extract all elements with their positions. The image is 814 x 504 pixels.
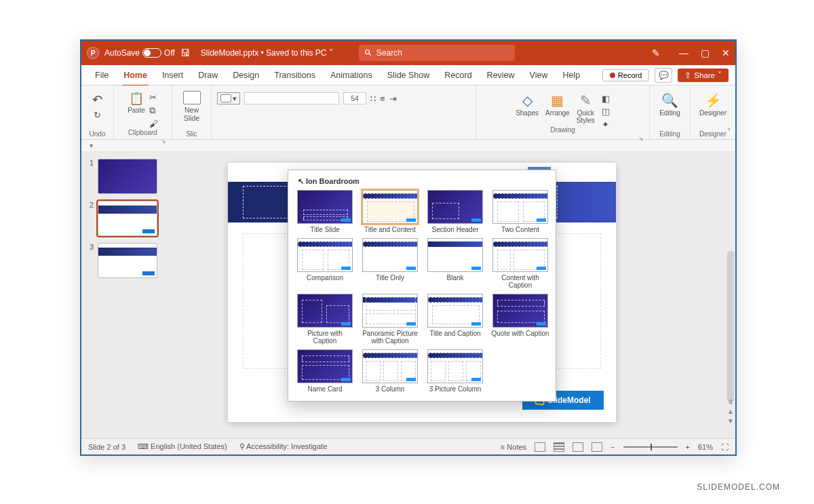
fit-to-window-icon[interactable]: ⛶: [721, 443, 729, 451]
language-indicator[interactable]: ⌨ English (United States): [138, 442, 227, 451]
layout-option[interactable]: Title Only: [360, 238, 420, 290]
slideshow-view-icon[interactable]: [592, 442, 602, 452]
group-clipboard-label: Clipboard: [128, 129, 157, 136]
shapes-icon: ◇: [522, 92, 532, 109]
dialog-launcher-icon[interactable]: ↘: [161, 138, 166, 144]
layout-option[interactable]: Picture with Caption: [295, 294, 355, 345]
tab-design[interactable]: Design: [226, 68, 266, 83]
reading-view-icon[interactable]: [573, 442, 583, 452]
app-window: P AutoSave Off 🖫 SlideModel.pptx • Saved…: [80, 39, 737, 456]
share-button[interactable]: ⇪Share˅: [678, 69, 729, 82]
record-button[interactable]: Record: [602, 69, 649, 81]
quick-styles-button[interactable]: ✎Quick Styles: [577, 92, 595, 124]
layout-option[interactable]: 3 Column: [360, 349, 420, 393]
mic-icon[interactable]: ✎: [652, 47, 660, 58]
title-bar: P AutoSave Off 🖫 SlideModel.pptx • Saved…: [81, 41, 735, 65]
toggle-switch-icon[interactable]: [142, 48, 161, 58]
bullets-icon[interactable]: ∷: [370, 94, 376, 104]
tab-slideshow[interactable]: Slide Show: [381, 68, 437, 83]
sorter-view-icon[interactable]: [554, 442, 564, 452]
arrange-button[interactable]: ▦Arrange: [545, 92, 570, 117]
shapes-button[interactable]: ◇Shapes: [516, 92, 539, 117]
undo-icon[interactable]: ↶: [92, 92, 102, 107]
notes-button[interactable]: ≡ Notes: [501, 443, 526, 451]
zoom-in-button[interactable]: +: [686, 443, 690, 451]
normal-view-icon[interactable]: [535, 442, 545, 452]
maximize-button[interactable]: ▢: [701, 47, 710, 58]
accessibility-indicator[interactable]: ⚲ Accessibility: Investigate: [239, 442, 328, 451]
shape-fill-icon[interactable]: ◧: [602, 94, 610, 104]
layout-dropdown-button[interactable]: ▾: [217, 92, 240, 104]
layout-option[interactable]: Content with Caption: [490, 238, 550, 290]
editing-button[interactable]: 🔍Editing: [659, 88, 680, 117]
cut-icon[interactable]: ✂: [149, 92, 158, 102]
save-icon[interactable]: 🖫: [180, 47, 190, 58]
thumbnail-2[interactable]: 2: [87, 201, 157, 236]
slide-thumbnails-panel[interactable]: 1 2 3: [81, 152, 163, 438]
font-family-dropdown[interactable]: [244, 92, 339, 104]
tab-view[interactable]: View: [523, 68, 555, 83]
slide-editor[interactable]: SlideModel ⇕▲▼ ↖ Ion Boardroom Title Sli…: [163, 152, 735, 438]
autosave-label: AutoSave: [104, 48, 140, 58]
layout-gallery-popup: ↖ Ion Boardroom Title SlideTitle and Con…: [288, 170, 556, 402]
tab-help[interactable]: Help: [556, 68, 587, 83]
status-bar: Slide 2 of 3 ⌨ English (United States) ⚲…: [81, 438, 735, 454]
layout-option-label: Quote with Caption: [491, 330, 549, 338]
vertical-scrollbar[interactable]: [727, 251, 734, 403]
font-size-dropdown[interactable]: 54: [343, 92, 366, 104]
close-button[interactable]: ✕: [722, 47, 730, 58]
qat-overflow-icon[interactable]: ▾: [90, 142, 93, 149]
slide-indicator[interactable]: Slide 2 of 3: [88, 443, 125, 451]
tab-animations[interactable]: Animations: [324, 68, 379, 83]
zoom-slider[interactable]: [623, 446, 678, 448]
layout-option[interactable]: Blank: [425, 238, 485, 290]
layout-option-label: Comparison: [307, 274, 343, 282]
layout-option[interactable]: Title and Content: [360, 190, 420, 234]
zoom-out-button[interactable]: −: [610, 443, 615, 451]
layout-option[interactable]: Comparison: [295, 238, 355, 290]
numbering-icon[interactable]: ≡: [380, 94, 385, 104]
designer-icon: ⚡: [705, 92, 722, 109]
dialog-launcher-icon[interactable]: ↘: [638, 135, 644, 142]
layout-option[interactable]: Title and Caption: [425, 294, 485, 345]
designer-button[interactable]: ⚡Designer: [699, 88, 726, 117]
layout-option[interactable]: Name Card: [295, 349, 355, 393]
new-slide-button[interactable]: New Slide: [183, 88, 201, 122]
copy-icon[interactable]: ⧉: [149, 105, 158, 116]
layout-option[interactable]: Panoramic Picture with Caption: [360, 294, 420, 345]
format-painter-icon[interactable]: 🖌: [149, 119, 158, 129]
thumbnail-1[interactable]: 1: [87, 159, 157, 194]
tab-record[interactable]: Record: [438, 68, 478, 83]
file-name[interactable]: SlideModel.pptx • Saved to this PC ˅: [201, 48, 333, 58]
tab-transitions[interactable]: Transitions: [267, 68, 322, 83]
paste-button[interactable]: 📋Paste: [128, 91, 145, 114]
ribbon-tabs: File Home Insert Draw Design Transitions…: [81, 65, 735, 85]
tab-home[interactable]: Home: [117, 68, 154, 83]
app-icon: P: [87, 47, 99, 59]
slide-nav-arrows[interactable]: ⇕▲▼: [727, 398, 734, 425]
tab-review[interactable]: Review: [480, 68, 522, 83]
search-box[interactable]: Search: [359, 45, 515, 61]
tab-draw[interactable]: Draw: [191, 68, 225, 83]
thumbnail-3[interactable]: 3: [87, 243, 157, 278]
layout-option-label: Section Header: [432, 226, 479, 234]
layout-option[interactable]: Two Content: [490, 190, 550, 234]
workspace: 1 2 3 SlideModel: [81, 152, 735, 438]
shape-effects-icon[interactable]: ✦: [602, 119, 610, 130]
layout-option[interactable]: 3 Picture Column: [425, 349, 485, 393]
layout-option[interactable]: Title Slide: [295, 190, 355, 234]
autosave-toggle[interactable]: AutoSave Off: [104, 48, 175, 58]
layout-option-label: Name Card: [307, 385, 342, 393]
layout-option[interactable]: Quote with Caption: [490, 294, 550, 345]
redo-icon[interactable]: ↻: [94, 110, 101, 120]
comments-button[interactable]: 💬: [655, 68, 672, 83]
minimize-button[interactable]: —: [679, 47, 689, 58]
zoom-level[interactable]: 61%: [698, 443, 713, 451]
layout-option-label: Title Only: [376, 274, 404, 282]
tab-insert[interactable]: Insert: [155, 68, 190, 83]
tab-file[interactable]: File: [88, 68, 115, 83]
shape-outline-icon[interactable]: ◫: [602, 106, 610, 117]
layout-option[interactable]: Section Header: [425, 190, 485, 234]
collapse-ribbon-icon[interactable]: ˅: [727, 128, 731, 136]
indent-icon[interactable]: ⇥: [389, 94, 397, 104]
